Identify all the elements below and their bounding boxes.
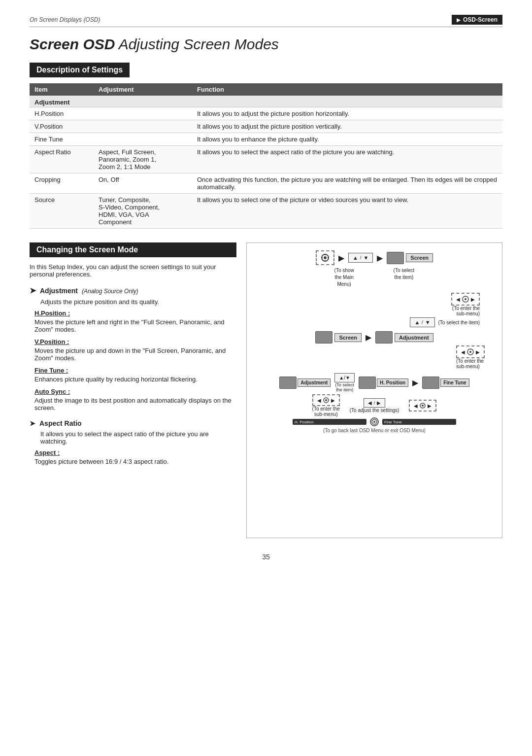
table-cell-function: It allows you to select the aspect ratio… [192,146,502,173]
table-row: H.PositionIt allows you to adjust the pi… [30,107,502,120]
right-arr-3: ▶ [476,349,480,355]
enter-sub-group-1: ◀ ▶ (To enter thesub-menu) [312,394,340,417]
label-select-item-text: (To selectthe item) [394,268,415,280]
step2-top: ◀ ▶ (To enter thesub-menu) [254,293,495,316]
sub-item-title: Auto Sync : [34,388,236,395]
right-arr-6: ▶ [428,403,432,409]
sub-item-desc: Enhances picture quality by reducing hor… [34,376,236,383]
progress-bars: H. Position Fine Tune [254,419,495,425]
table-row: CroppingOn, OffOnce activating this func… [30,173,502,194]
left-column: Changing the Screen Mode In this Setup I… [30,242,236,473]
right-arrow-4: ▶ [412,378,418,387]
col-adjustment: Adjustment [94,83,192,96]
aspect-title: ➤ Aspect Ratio [30,419,236,427]
menu-button-dashed [316,250,334,265]
tv-icon-2 [315,331,332,344]
aspect-sub-items: Aspect :Toggles picture between 16:9 / 4… [30,449,236,465]
table-cell-adjustment [94,107,192,120]
svg-point-9 [469,351,471,353]
enter-sub-group-2: ◀ ▶ [409,400,436,412]
sub-item-desc: Adjust the image to its best position an… [34,397,236,412]
adjustment-note: (Analog Source Only) [82,288,138,295]
svg-point-11 [325,399,327,401]
menu-icon-small [371,419,377,425]
sub-item: Fine Tune :Enhances picture quality by r… [34,367,236,383]
page-number: 35 [30,553,502,561]
step3-note: ◀ ▶ (To enter thesub-menu) [254,345,495,369]
table-cell-item: Fine Tune [30,133,94,146]
tv-screen-group-2: Screen [315,331,362,344]
nav-lr-box-2: ◀ ▶ [456,345,485,358]
settings-table: Item Adjustment Function AdjustmentH.Pos… [30,83,502,229]
aspect-arrow-icon: ➤ [30,419,35,427]
right-column-diagram: ▶ ▲ / ▼ ▶ Screen (To showthe MainM [246,242,502,538]
aspect-label: Aspect Ratio [39,419,82,427]
ok-icon-3 [323,397,329,403]
screen-label-box: Screen [406,253,433,262]
diagram-step2: Screen ▶ Adjustment [254,331,495,344]
select-item-label-2: (To selectthe item) [335,382,354,392]
enter-sub-label-1: (To enter thesub-menu) [451,306,480,316]
table-cell-item: V.Position [30,120,94,133]
table-group-cell: Adjustment [30,96,502,107]
table-cell-function: It allows you to adjust the picture posi… [192,120,502,133]
table-cell-adjustment: On, Off [94,173,192,194]
step4-controls: ◀ ▶ (To enter thesub-menu) ◀ / [254,394,495,417]
screen-label-2: Screen [334,333,362,342]
table-cell-adjustment: Aspect, Full Screen, Panoramic, Zoom 1, … [94,146,192,173]
down-arr-2: ▼ [425,319,431,325]
enter-sub-note-3: (To enter thesub-menu) [312,406,340,417]
adj-hpos-group: Adjustment [279,377,331,389]
arrow-between [369,419,379,425]
tv-icon-1 [387,252,404,264]
bottom-section: Changing the Screen Mode In this Setup I… [30,242,502,538]
svg-rect-2 [325,254,326,255]
slash-2: / [422,320,423,325]
table-cell-function: It allows you to select one of the pictu… [192,194,502,229]
tv-icon-6 [422,377,439,389]
arrow-icon: ➤ [30,286,36,295]
to-select-text: (To select the item) [438,320,480,325]
tv-icon-4 [279,377,297,389]
svg-point-13 [422,405,424,407]
right-arr-5: ▶ [377,400,381,406]
bar-hpos-label: H. Position [295,420,314,424]
bar-hposition: H. Position [293,419,366,425]
ok-circle-icon [462,296,469,303]
table-cell-function: Once activating this function, the pictu… [192,173,502,194]
header-bar: On Screen Displays (OSD) OSD-Screen [30,15,502,27]
main-title: Screen OSD Adjusting Screen Modes [30,36,502,53]
nav-updown-box: ▲ / ▼ [348,253,373,263]
sub-item: Aspect :Toggles picture between 16:9 / 4… [34,449,236,465]
table-row: Fine TuneIt allows you to enhance the pi… [30,133,502,146]
svg-point-1 [324,256,327,259]
left-arr-4: ◀ [317,398,321,403]
updown-select-group: ▲/▼ (To selectthe item) [334,373,355,392]
aspect-ratio-section: ➤ Aspect Ratio It allows you to select t… [30,419,236,465]
sub-item-title: H.Position : [34,309,236,317]
up-arr-2: ▲ [414,319,420,325]
header-label: On Screen Displays (OSD) [30,16,100,23]
col-function: Function [192,83,502,96]
col-item: Item [30,83,94,96]
enter-sub-label-2: (To enter thesub-menu) [456,358,485,369]
adj-label-box: Adjustment [395,333,433,342]
sub-item: V.Position :Moves the picture up and dow… [34,338,236,362]
sub-item-desc: Toggles picture between 16:9 / 4:3 aspec… [34,458,236,465]
adjustment-desc: Adjusts the picture position and its qua… [40,298,236,306]
back-note: (To go back last OSD Menu or exit OSD Me… [254,428,495,433]
sub-item-title: Aspect : [34,449,236,456]
title-regular: Adjusting Screen Modes [115,36,278,52]
table-cell-adjustment [94,133,192,146]
menu-circle-icon [370,417,379,426]
label-show-main: (To showthe MainMenu) [334,267,354,288]
diagram-container: ▶ ▲ / ▼ ▶ Screen (To showthe MainM [254,250,495,433]
step2-select: ▲ / ▼ (To select the item) [254,317,495,327]
table-header-row: Item Adjustment Function [30,83,502,96]
adj-fine-group: H. Position [359,377,408,389]
sub-item: Auto Sync :Adjust the image to its best … [34,388,236,412]
step1-labels: (To showthe MainMenu) (To selectthe item… [254,267,495,288]
nav-lr-box-1: ◀ ▶ [451,293,480,306]
left-arr-3: ◀ [461,349,465,355]
svg-rect-4 [321,257,323,258]
